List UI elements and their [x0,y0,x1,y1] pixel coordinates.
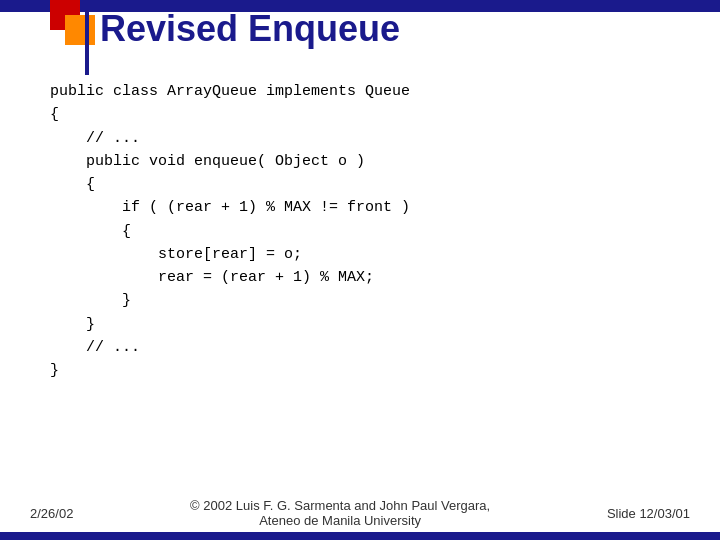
bottom-bar [0,532,720,540]
title-area: Revised Enqueue [100,8,700,50]
footer: 2/26/02 © 2002 Luis F. G. Sarmenta and J… [0,498,720,528]
slide-title: Revised Enqueue [100,8,400,49]
footer-slide-number: Slide 12/03/01 [607,506,690,521]
footer-copyright: © 2002 Luis F. G. Sarmenta and John Paul… [73,498,607,528]
orange-square [65,15,95,45]
code-block: public class ArrayQueue implements Queue… [50,80,690,382]
title-vertical-line [85,0,89,75]
content-area: public class ArrayQueue implements Queue… [50,80,690,480]
footer-date: 2/26/02 [30,506,73,521]
